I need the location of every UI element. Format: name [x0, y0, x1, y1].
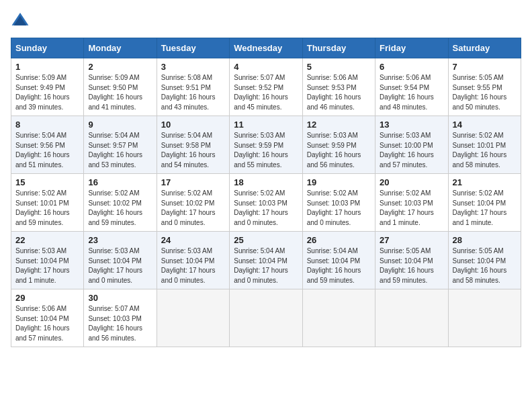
- calendar-week-row: 1 Sunrise: 5:09 AM Sunset: 9:49 PM Dayli…: [11, 58, 521, 116]
- header: [11, 11, 521, 30]
- calendar-cell: [302, 289, 375, 347]
- day-info: Sunrise: 5:03 AM Sunset: 10:04 PM Daylig…: [161, 246, 225, 285]
- col-header-monday: Monday: [84, 38, 157, 58]
- day-info: Sunrise: 5:08 AM Sunset: 9:51 PM Dayligh…: [161, 73, 225, 112]
- calendar-cell: 8 Sunrise: 5:04 AM Sunset: 9:56 PM Dayli…: [11, 116, 84, 174]
- calendar-week-row: 8 Sunrise: 5:04 AM Sunset: 9:56 PM Dayli…: [11, 116, 521, 174]
- day-info: Sunrise: 5:03 AM Sunset: 10:04 PM Daylig…: [88, 246, 152, 285]
- day-info: Sunrise: 5:04 AM Sunset: 10:04 PM Daylig…: [307, 246, 371, 285]
- day-number: 5: [307, 62, 371, 72]
- day-number: 30: [88, 293, 152, 303]
- calendar-cell: [448, 289, 521, 347]
- calendar-cell: 10 Sunrise: 5:04 AM Sunset: 9:58 PM Dayl…: [157, 116, 229, 174]
- calendar-cell: 5 Sunrise: 5:06 AM Sunset: 9:53 PM Dayli…: [302, 58, 375, 116]
- day-number: 7: [453, 62, 517, 72]
- calendar-week-row: 22 Sunrise: 5:03 AM Sunset: 10:04 PM Day…: [11, 232, 521, 289]
- calendar-cell: 17 Sunrise: 5:02 AM Sunset: 10:02 PM Day…: [157, 174, 229, 232]
- day-info: Sunrise: 5:04 AM Sunset: 10:04 PM Daylig…: [234, 246, 298, 285]
- day-number: 15: [15, 177, 79, 187]
- calendar-cell: 7 Sunrise: 5:05 AM Sunset: 9:55 PM Dayli…: [448, 58, 521, 116]
- day-info: Sunrise: 5:05 AM Sunset: 10:04 PM Daylig…: [380, 246, 443, 285]
- calendar-cell: 26 Sunrise: 5:04 AM Sunset: 10:04 PM Day…: [302, 232, 375, 289]
- day-number: 17: [161, 177, 225, 187]
- col-header-tuesday: Tuesday: [157, 38, 229, 58]
- day-info: Sunrise: 5:09 AM Sunset: 9:50 PM Dayligh…: [88, 73, 152, 112]
- calendar-cell: 3 Sunrise: 5:08 AM Sunset: 9:51 PM Dayli…: [157, 58, 229, 116]
- calendar-cell: 24 Sunrise: 5:03 AM Sunset: 10:04 PM Day…: [157, 232, 229, 289]
- day-number: 6: [380, 62, 443, 72]
- day-info: Sunrise: 5:02 AM Sunset: 10:03 PM Daylig…: [234, 189, 298, 228]
- calendar-cell: [157, 289, 229, 347]
- col-header-saturday: Saturday: [448, 38, 521, 58]
- calendar-cell: 21 Sunrise: 5:02 AM Sunset: 10:04 PM Day…: [448, 174, 521, 232]
- day-info: Sunrise: 5:02 AM Sunset: 10:02 PM Daylig…: [161, 189, 225, 228]
- day-number: 1: [15, 62, 79, 72]
- calendar-cell: 30 Sunrise: 5:07 AM Sunset: 10:03 PM Day…: [84, 289, 157, 347]
- calendar-cell: 2 Sunrise: 5:09 AM Sunset: 9:50 PM Dayli…: [84, 58, 157, 116]
- calendar-cell: 9 Sunrise: 5:04 AM Sunset: 9:57 PM Dayli…: [84, 116, 157, 174]
- day-info: Sunrise: 5:03 AM Sunset: 9:59 PM Dayligh…: [234, 131, 298, 170]
- day-number: 28: [453, 235, 517, 245]
- calendar-cell: 19 Sunrise: 5:02 AM Sunset: 10:03 PM Day…: [302, 174, 375, 232]
- day-info: Sunrise: 5:05 AM Sunset: 9:55 PM Dayligh…: [453, 73, 517, 112]
- logo: [11, 11, 32, 30]
- day-info: Sunrise: 5:03 AM Sunset: 10:04 PM Daylig…: [15, 246, 79, 285]
- col-header-friday: Friday: [375, 38, 448, 58]
- calendar-cell: 20 Sunrise: 5:02 AM Sunset: 10:03 PM Day…: [375, 174, 448, 232]
- calendar-cell: 18 Sunrise: 5:02 AM Sunset: 10:03 PM Day…: [230, 174, 302, 232]
- day-info: Sunrise: 5:03 AM Sunset: 9:59 PM Dayligh…: [307, 131, 371, 170]
- day-number: 13: [380, 120, 443, 130]
- day-number: 9: [88, 120, 152, 130]
- day-number: 27: [380, 235, 443, 245]
- calendar-cell: 12 Sunrise: 5:03 AM Sunset: 9:59 PM Dayl…: [302, 116, 375, 174]
- day-info: Sunrise: 5:05 AM Sunset: 10:04 PM Daylig…: [453, 246, 517, 285]
- day-number: 23: [88, 235, 152, 245]
- day-info: Sunrise: 5:06 AM Sunset: 10:04 PM Daylig…: [15, 304, 79, 343]
- col-header-thursday: Thursday: [302, 38, 375, 58]
- day-number: 4: [234, 62, 298, 72]
- calendar-cell: [230, 289, 302, 347]
- calendar-cell: 13 Sunrise: 5:03 AM Sunset: 10:00 PM Day…: [375, 116, 448, 174]
- day-info: Sunrise: 5:07 AM Sunset: 9:52 PM Dayligh…: [234, 73, 298, 112]
- col-header-sunday: Sunday: [11, 38, 84, 58]
- day-number: 14: [453, 120, 517, 130]
- calendar-cell: 11 Sunrise: 5:03 AM Sunset: 9:59 PM Dayl…: [230, 116, 302, 174]
- day-number: 21: [453, 177, 517, 187]
- calendar-cell: 15 Sunrise: 5:02 AM Sunset: 10:01 PM Day…: [11, 174, 84, 232]
- day-number: 20: [380, 177, 443, 187]
- day-info: Sunrise: 5:02 AM Sunset: 10:03 PM Daylig…: [380, 189, 443, 228]
- day-info: Sunrise: 5:03 AM Sunset: 10:00 PM Daylig…: [380, 131, 443, 170]
- day-number: 26: [307, 235, 371, 245]
- day-info: Sunrise: 5:02 AM Sunset: 10:01 PM Daylig…: [15, 189, 79, 228]
- day-number: 3: [161, 62, 225, 72]
- day-info: Sunrise: 5:02 AM Sunset: 10:02 PM Daylig…: [88, 189, 152, 228]
- day-info: Sunrise: 5:02 AM Sunset: 10:04 PM Daylig…: [453, 189, 517, 228]
- calendar-cell: 16 Sunrise: 5:02 AM Sunset: 10:02 PM Day…: [84, 174, 157, 232]
- day-info: Sunrise: 5:04 AM Sunset: 9:58 PM Dayligh…: [161, 131, 225, 170]
- calendar-week-row: 29 Sunrise: 5:06 AM Sunset: 10:04 PM Day…: [11, 289, 521, 347]
- day-number: 22: [15, 235, 79, 245]
- calendar-cell: 4 Sunrise: 5:07 AM Sunset: 9:52 PM Dayli…: [230, 58, 302, 116]
- calendar-cell: 6 Sunrise: 5:06 AM Sunset: 9:54 PM Dayli…: [375, 58, 448, 116]
- day-number: 18: [234, 177, 298, 187]
- day-number: 24: [161, 235, 225, 245]
- day-number: 29: [15, 293, 79, 303]
- calendar-header-row: SundayMondayTuesdayWednesdayThursdayFrid…: [11, 38, 521, 58]
- calendar-cell: 29 Sunrise: 5:06 AM Sunset: 10:04 PM Day…: [11, 289, 84, 347]
- day-info: Sunrise: 5:09 AM Sunset: 9:49 PM Dayligh…: [15, 73, 79, 112]
- day-info: Sunrise: 5:04 AM Sunset: 9:57 PM Dayligh…: [88, 131, 152, 170]
- calendar-cell: 22 Sunrise: 5:03 AM Sunset: 10:04 PM Day…: [11, 232, 84, 289]
- day-number: 2: [88, 62, 152, 72]
- day-info: Sunrise: 5:02 AM Sunset: 10:01 PM Daylig…: [453, 131, 517, 170]
- logo-icon: [11, 11, 30, 30]
- day-number: 25: [234, 235, 298, 245]
- day-number: 8: [15, 120, 79, 130]
- day-info: Sunrise: 5:06 AM Sunset: 9:53 PM Dayligh…: [307, 73, 371, 112]
- day-info: Sunrise: 5:07 AM Sunset: 10:03 PM Daylig…: [88, 304, 152, 343]
- day-info: Sunrise: 5:02 AM Sunset: 10:03 PM Daylig…: [307, 189, 371, 228]
- day-info: Sunrise: 5:04 AM Sunset: 9:56 PM Dayligh…: [15, 131, 79, 170]
- calendar-cell: 1 Sunrise: 5:09 AM Sunset: 9:49 PM Dayli…: [11, 58, 84, 116]
- day-number: 16: [88, 177, 152, 187]
- day-number: 12: [307, 120, 371, 130]
- calendar: SundayMondayTuesdayWednesdayThursdayFrid…: [11, 38, 521, 347]
